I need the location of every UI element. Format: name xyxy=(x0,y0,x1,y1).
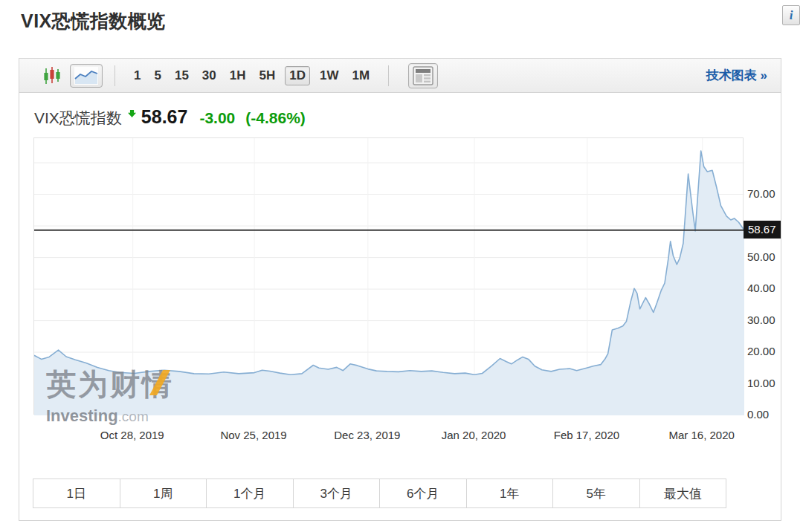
price-axis-label: 50.00 xyxy=(747,250,781,263)
price-change: -3.00 xyxy=(199,109,235,127)
candlestick-icon xyxy=(43,66,61,85)
interval-30[interactable]: 30 xyxy=(196,67,223,85)
interval-1M[interactable]: 1M xyxy=(345,67,376,85)
time-axis-label: Jan 20, 2020 xyxy=(442,429,506,441)
interval-5[interactable]: 5 xyxy=(147,67,167,85)
price-axis-label: 10.00 xyxy=(747,377,781,389)
last-price-badge: 58.67 xyxy=(744,221,781,239)
time-axis-label: Nov 25, 2019 xyxy=(220,429,286,441)
period-button-1周[interactable]: 1周 xyxy=(120,479,207,507)
instrument-name: VIX恐慌指数 xyxy=(34,108,122,129)
news-panel-button[interactable] xyxy=(408,63,438,88)
interval-15[interactable]: 15 xyxy=(168,67,196,85)
last-price: 58.67 xyxy=(141,106,188,128)
toolbar-divider xyxy=(115,65,115,86)
interval-5H[interactable]: 5H xyxy=(253,67,283,85)
price-axis-label: 20.00 xyxy=(747,345,781,357)
price-axis-label: 30.00 xyxy=(747,314,781,326)
quote-header: VIX恐慌指数 58.67 -3.00 (-4.86%) xyxy=(34,106,306,129)
period-button-最大值[interactable]: 最大值 xyxy=(639,479,726,507)
time-axis-label: Mar 16, 2020 xyxy=(668,429,734,441)
interval-group: 1515301H5H1D1W1M xyxy=(127,66,376,85)
period-button-1日[interactable]: 1日 xyxy=(33,479,120,507)
line-chart-button[interactable] xyxy=(70,64,103,88)
time-axis-label: Dec 23, 2019 xyxy=(334,429,400,441)
info-button[interactable]: i xyxy=(782,5,800,25)
interval-1H[interactable]: 1H xyxy=(223,67,253,85)
price-axis-label: 40.00 xyxy=(747,282,781,294)
interval-1[interactable]: 1 xyxy=(127,67,147,85)
price-change-percent: (-4.86%) xyxy=(245,109,306,127)
page: VIX恐慌指数概览 i xyxy=(0,0,803,532)
interval-1D[interactable]: 1D xyxy=(285,66,310,85)
chart-toolbar: 1515301H5H1D1W1M 技术图表 » xyxy=(19,59,781,93)
technical-chart-link[interactable]: 技术图表 » xyxy=(706,67,767,84)
toolbar-divider xyxy=(388,65,389,86)
page-title: VIX恐慌指数概览 xyxy=(21,9,166,33)
period-button-1个月[interactable]: 1个月 xyxy=(206,479,293,507)
interval-1W[interactable]: 1W xyxy=(313,67,346,85)
chart-plot-area[interactable] xyxy=(33,137,744,415)
period-button-5年[interactable]: 5年 xyxy=(552,479,639,507)
info-icon: i xyxy=(790,8,793,23)
price-axis-label: 0.00 xyxy=(747,408,781,421)
price-down-arrow-icon xyxy=(128,108,137,121)
period-button-3个月[interactable]: 3个月 xyxy=(293,479,380,507)
price-axis-label: 70.00 xyxy=(747,187,781,200)
period-button-6个月[interactable]: 6个月 xyxy=(379,479,466,507)
time-axis-label: Oct 28, 2019 xyxy=(100,429,164,441)
line-chart-icon xyxy=(74,67,98,85)
period-button-1年[interactable]: 1年 xyxy=(466,479,553,507)
period-range-bar: 1日1周1个月3个月6个月1年5年最大值 xyxy=(33,479,726,508)
candlestick-chart-button[interactable] xyxy=(42,65,62,87)
news-panel-icon xyxy=(413,66,433,85)
time-axis-label: Feb 17, 2020 xyxy=(554,429,619,441)
